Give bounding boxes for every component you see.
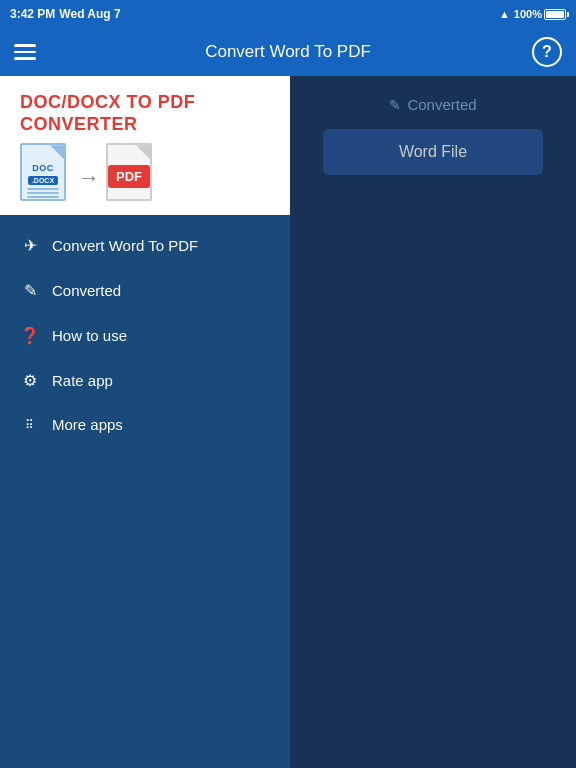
sidebar-item-rate[interactable]: ⚙ Rate app — [0, 358, 290, 403]
banner-title: DOC/DOCX TO PDF CONVERTER — [20, 92, 270, 135]
sidebar-item-rate-label: Rate app — [52, 372, 113, 389]
sidebar-item-moreapps-label: More apps — [52, 416, 123, 433]
sidebar-item-howto-label: How to use — [52, 327, 127, 344]
pdf-badge: PDF — [108, 165, 150, 188]
drawer-banner: DOC/DOCX TO PDF CONVERTER DOC .DOCX — [0, 76, 290, 215]
battery-indicator: 100% — [514, 8, 566, 20]
banner-icons: DOC .DOCX → — [20, 139, 270, 201]
header-title: Convert Word To PDF — [205, 42, 371, 62]
main-container: ✎ Converted Word File DOC/DOCX TO PDF CO… — [0, 76, 576, 768]
time-label: 3:42 PM — [10, 7, 55, 21]
battery-fill — [546, 11, 564, 18]
hamburger-menu[interactable] — [14, 44, 36, 60]
status-bar: 3:42 PM Wed Aug 7 ▲ 100% — [0, 0, 576, 28]
moreapps-icon: ⠿ — [20, 418, 40, 432]
doc-file-icon: DOC .DOCX — [20, 139, 72, 201]
help-button[interactable]: ? — [532, 37, 562, 67]
arrow-icon: → — [78, 165, 100, 191]
howto-icon: ❓ — [20, 326, 40, 345]
converted-nav-icon: ✎ — [20, 281, 40, 300]
nav-items: ✈ Convert Word To PDF ✎ Converted ❓ How … — [0, 215, 290, 454]
sidebar-item-converted-label: Converted — [52, 282, 121, 299]
docx-label: .DOCX — [28, 176, 58, 185]
sidebar-item-convert[interactable]: ✈ Convert Word To PDF — [0, 223, 290, 268]
battery-box — [544, 9, 566, 20]
sidebar-drawer: DOC/DOCX TO PDF CONVERTER DOC .DOCX — [0, 76, 290, 768]
convert-icon: ✈ — [20, 236, 40, 255]
pdf-file-icon: PDF — [106, 139, 158, 201]
header: Convert Word To PDF ? — [0, 28, 576, 76]
sidebar-item-converted[interactable]: ✎ Converted — [0, 268, 290, 313]
banner-content: DOC/DOCX TO PDF CONVERTER DOC .DOCX — [20, 92, 270, 201]
rate-icon: ⚙ — [20, 371, 40, 390]
sidebar-item-howto[interactable]: ❓ How to use — [0, 313, 290, 358]
sidebar-item-moreapps[interactable]: ⠿ More apps — [0, 403, 290, 446]
battery-percent: 100% — [514, 8, 542, 20]
date-label: Wed Aug 7 — [59, 7, 120, 21]
wifi-icon: ▲ — [499, 8, 510, 20]
sidebar-overlay[interactable] — [290, 76, 576, 768]
sidebar-item-convert-label: Convert Word To PDF — [52, 237, 198, 254]
